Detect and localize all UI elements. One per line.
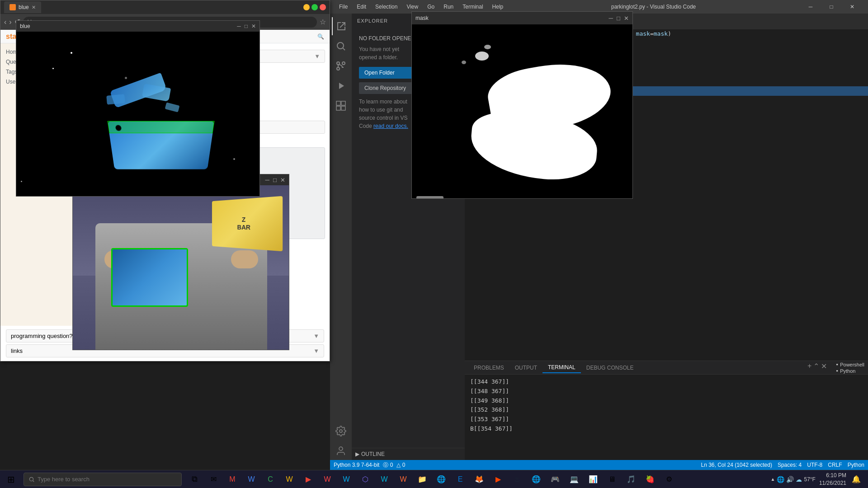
- encoding-status[interactable]: UTF-8: [807, 462, 822, 468]
- app-icon-11[interactable]: W: [394, 470, 412, 488]
- terminal-close-icon[interactable]: ✕: [821, 362, 827, 374]
- tab-close-btn[interactable]: ✕: [32, 5, 36, 10]
- app-icon-3[interactable]: W: [242, 470, 260, 488]
- eol-status[interactable]: CRLF: [828, 462, 842, 468]
- minimize-button[interactable]: ─: [800, 0, 821, 14]
- app-icon-21[interactable]: 🎵: [622, 470, 640, 488]
- browser-maximize-button[interactable]: [311, 4, 318, 10]
- terminal-line-5: [[353 367]]: [470, 415, 863, 424]
- source-control-icon[interactable]: [332, 57, 350, 75]
- taskview-button[interactable]: ⧉: [185, 470, 203, 488]
- so-header-tools: 🔍: [317, 33, 324, 40]
- maximize-button[interactable]: □: [821, 0, 842, 14]
- app-icon-5[interactable]: W: [280, 470, 298, 488]
- so-search[interactable]: 🔍: [317, 33, 324, 40]
- vscode-menu: File Edit Selection View Go Run Terminal…: [335, 3, 507, 11]
- app-icon-6[interactable]: ▶: [299, 470, 317, 488]
- tab-output[interactable]: OUTPUT: [509, 363, 542, 373]
- tab-terminal[interactable]: TERMINAL: [542, 362, 581, 373]
- steam-icon[interactable]: ♨: [508, 470, 526, 488]
- blue-maximize-button[interactable]: □: [245, 23, 248, 29]
- line-col-status[interactable]: Ln 36, Col 24 (1042 selected): [701, 462, 772, 468]
- browser-tab[interactable]: blue ✕: [4, 1, 41, 13]
- terminal-split-icon[interactable]: ⌃: [813, 362, 819, 374]
- app-icon-23[interactable]: ⚙: [660, 470, 678, 488]
- chrome-icon[interactable]: 🌐: [527, 470, 545, 488]
- network-icon[interactable]: 🌐: [777, 476, 784, 483]
- app-icon-7[interactable]: W: [318, 470, 336, 488]
- webcam-close-button[interactable]: ✕: [280, 177, 285, 183]
- mask-minimize-button[interactable]: ─: [609, 15, 613, 22]
- dot-4: [233, 158, 235, 160]
- extensions-icon[interactable]: [332, 97, 350, 115]
- forward-button[interactable]: ›: [9, 18, 11, 26]
- app-icon-13[interactable]: 🌐: [432, 470, 450, 488]
- taskbar-clock[interactable]: 6:10 PM 11/26/2021: [819, 472, 846, 487]
- back-button[interactable]: ‹: [4, 18, 6, 26]
- svg-line-12: [33, 480, 34, 482]
- menu-edit[interactable]: Edit: [353, 3, 370, 11]
- app-icon-14[interactable]: E: [451, 470, 469, 488]
- app-icon-4[interactable]: C: [261, 470, 279, 488]
- warnings-status[interactable]: △ 0: [396, 462, 405, 468]
- tray-expand-icon[interactable]: ▲: [771, 477, 775, 482]
- taskbar-search[interactable]: [24, 473, 182, 486]
- menu-terminal[interactable]: Terminal: [459, 3, 486, 11]
- errors-status[interactable]: ⓪ 0: [383, 461, 393, 469]
- app-icon-19[interactable]: 📊: [584, 470, 602, 488]
- outline-header[interactable]: ▶ OUTLINE: [355, 450, 461, 458]
- app-icon-17[interactable]: 🎮: [546, 470, 564, 488]
- blue-close-button[interactable]: ✕: [251, 23, 256, 29]
- language-status[interactable]: Python: [848, 462, 864, 468]
- mask-maximize-button[interactable]: □: [617, 15, 620, 22]
- settings-icon[interactable]: [332, 422, 350, 440]
- app-icon-22[interactable]: 🍓: [641, 470, 659, 488]
- read-docs-link[interactable]: read our docs.: [373, 123, 408, 129]
- start-button[interactable]: ⊞: [0, 470, 22, 488]
- tab-debug-console[interactable]: DEBUG CONSOLE: [581, 363, 639, 373]
- mask-scatter-2: [484, 45, 491, 49]
- browser-close-button[interactable]: [320, 4, 326, 10]
- app-icon-20[interactable]: 🖥: [603, 470, 621, 488]
- tab-problems[interactable]: PROBLEMS: [468, 363, 509, 373]
- webcam-minimize-button[interactable]: ─: [265, 177, 269, 183]
- mask-close-button[interactable]: ✕: [624, 15, 629, 22]
- app-icon-16[interactable]: ▶: [489, 470, 507, 488]
- close-button[interactable]: ✕: [842, 0, 863, 14]
- account-icon[interactable]: [332, 442, 350, 460]
- app-icon-15[interactable]: 🦊: [470, 470, 488, 488]
- menu-file[interactable]: File: [335, 3, 351, 11]
- gmail-icon[interactable]: M: [223, 470, 241, 488]
- notification-center-icon[interactable]: 🔔: [850, 475, 863, 483]
- mail-icon[interactable]: ✉: [204, 470, 222, 488]
- svg-point-11: [29, 477, 33, 481]
- volume-icon[interactable]: 🔊: [786, 476, 794, 483]
- bookmark-button[interactable]: ☆: [320, 18, 326, 26]
- taskbar-search-input[interactable]: [38, 476, 177, 483]
- menu-run[interactable]: Run: [440, 3, 457, 11]
- terminal-line-1: [[344 367]]: [470, 377, 863, 387]
- spaces-status[interactable]: Spaces: 4: [778, 462, 802, 468]
- menu-selection[interactable]: Selection: [372, 3, 401, 11]
- python-version-status[interactable]: Python 3.9 7-64-bit: [334, 462, 379, 468]
- powershell-panel[interactable]: ● Powershell: [836, 362, 864, 367]
- explorer-icon[interactable]: [332, 17, 350, 35]
- terminal-add-icon[interactable]: +: [807, 362, 811, 374]
- search-icon[interactable]: [332, 37, 350, 55]
- app-icon-12[interactable]: 📁: [413, 470, 431, 488]
- app-icon-8[interactable]: W: [337, 470, 355, 488]
- blue-minimize-button[interactable]: ─: [237, 23, 241, 29]
- menu-go[interactable]: Go: [424, 3, 438, 11]
- accordion-label-b2: links: [11, 347, 23, 354]
- app-icon-9[interactable]: ⬡: [356, 470, 374, 488]
- clock-date: 11/26/2021: [819, 479, 846, 487]
- python-panel[interactable]: ● Python: [836, 368, 864, 374]
- run-debug-icon[interactable]: [332, 77, 350, 95]
- svg-rect-6: [341, 101, 345, 105]
- app-icon-18[interactable]: 💻: [565, 470, 583, 488]
- browser-minimize-button[interactable]: [303, 4, 310, 10]
- menu-view[interactable]: View: [403, 3, 422, 11]
- webcam-maximize-button[interactable]: □: [273, 177, 277, 183]
- app-icon-10[interactable]: W: [375, 470, 393, 488]
- menu-help[interactable]: Help: [489, 3, 507, 11]
